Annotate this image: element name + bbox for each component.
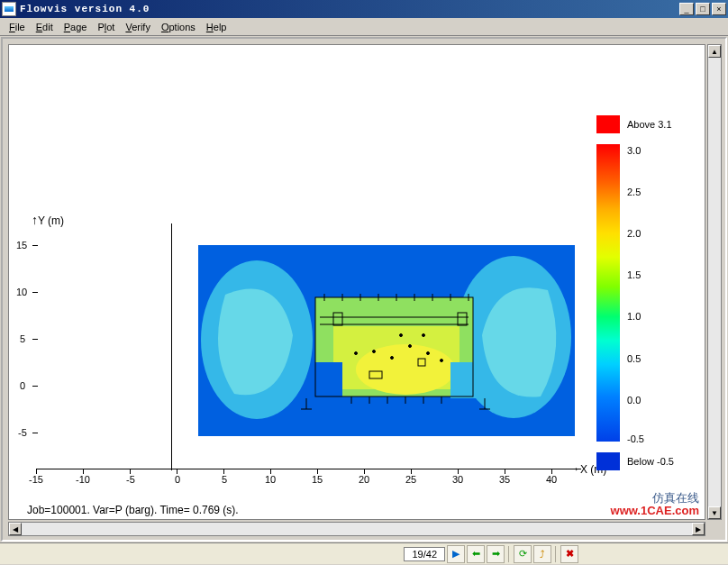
scroll-left-icon[interactable]: ◀ — [9, 523, 22, 535]
menu-options-label: ptions — [168, 22, 195, 32]
svg-point-33 — [427, 352, 430, 355]
scroll-right-icon[interactable]: ▶ — [692, 523, 705, 535]
menu-help[interactable]: Help — [201, 20, 232, 34]
color-legend: Above 3.1 3.0 2.5 2.0 1.5 1.0 0.5 0.0 -0… — [596, 115, 687, 470]
legend-below-label: Below -0.5 — [627, 456, 674, 467]
legend-tick: 0.5 — [627, 353, 641, 364]
menu-options[interactable]: Options — [156, 20, 201, 34]
x-tick: -15 — [29, 474, 43, 485]
status-line-2: XY plane, Z=5 m — [27, 517, 239, 520]
refresh-icon: ⟳ — [519, 548, 527, 560]
window-buttons: _ □ × — [679, 3, 726, 15]
menu-plot[interactable]: Plot — [92, 20, 120, 34]
status-line-1: Job=100001. Var=P (barg). Time= 0.769 (s… — [27, 503, 239, 517]
menu-plot-label: ot — [106, 22, 114, 32]
export-button[interactable]: ⤴ — [533, 545, 551, 563]
y-tick: 10 — [16, 287, 27, 297]
play-button[interactable]: ▶ — [447, 545, 465, 563]
minimize-button[interactable]: _ — [679, 3, 694, 15]
plot-area: 15 10 5 0 -5 -15 -10 -5 0 5 10 15 20 25 … — [36, 234, 593, 478]
step-forward-button[interactable]: ➡ — [487, 545, 505, 563]
app-icon — [2, 2, 16, 16]
contour-plot — [198, 245, 575, 436]
legend-tick: 3.0 — [627, 145, 641, 156]
y-axis-label: ↑Y (m) — [32, 213, 64, 227]
svg-point-31 — [391, 357, 394, 360]
arrow-right-green-icon: ➡ — [492, 548, 500, 560]
scroll-up-icon[interactable]: ▲ — [708, 45, 721, 58]
svg-point-32 — [409, 345, 412, 348]
menu-file-label: ile — [15, 22, 25, 32]
close-button[interactable]: × — [712, 3, 726, 15]
legend-above-swatch — [596, 115, 620, 133]
y-tick: -5 — [18, 427, 27, 438]
svg-point-4 — [356, 344, 455, 395]
stop-button[interactable]: ✖ — [560, 545, 578, 563]
x-tick: 0 — [175, 474, 180, 485]
refresh-button[interactable]: ⟳ — [514, 545, 532, 563]
legend-tick: 0.0 — [627, 395, 641, 406]
y-axis-line — [171, 223, 172, 470]
legend-below-row: Below -0.5 — [596, 452, 687, 470]
svg-rect-6 — [450, 362, 476, 398]
menu-file[interactable]: File — [4, 20, 31, 34]
scroll-v-track[interactable] — [708, 58, 721, 506]
maximize-button[interactable]: □ — [696, 3, 710, 15]
y-axis-text: Y (m) — [38, 214, 64, 227]
right-arrow-icon: → — [568, 461, 580, 476]
horizontal-scrollbar[interactable]: ◀ ▶ — [8, 522, 705, 536]
export-icon: ⤴ — [540, 549, 545, 560]
legend-tick: 2.5 — [627, 187, 641, 197]
legend-below-swatch — [596, 452, 620, 470]
menu-edit-label: dit — [42, 22, 53, 32]
separator — [508, 546, 510, 562]
svg-rect-5 — [315, 362, 342, 398]
titlebar: Flowvis version 4.0 _ □ × — [0, 0, 728, 18]
page-indicator: 19/42 — [404, 547, 445, 561]
x-tick: 20 — [359, 474, 369, 485]
x-tick: 10 — [265, 474, 276, 485]
x-tick: 15 — [312, 474, 323, 485]
menu-help-label: elp — [214, 22, 227, 32]
x-tick: 35 — [499, 474, 510, 485]
legend-tick: 1.0 — [627, 311, 641, 322]
client-area: 1CAE.COM ↑Y (m) — [1, 37, 727, 542]
svg-point-34 — [441, 360, 443, 362]
menu-verify-label: erify — [132, 22, 150, 32]
scroll-down-icon[interactable]: ▼ — [708, 506, 721, 519]
contour-svg — [198, 245, 575, 436]
menu-verify[interactable]: Verify — [120, 20, 156, 34]
watermark-corner-bottom: www.1CAE.com — [611, 505, 699, 517]
watermark-corner-top: 仿真在线 — [611, 492, 699, 505]
x-tick: 5 — [222, 474, 227, 485]
x-tick: 30 — [452, 474, 463, 485]
y-tick: 5 — [20, 333, 25, 344]
legend-colorbar: 3.0 2.5 2.0 1.5 1.0 0.5 0.0 -0.5 — [596, 144, 620, 442]
y-tick: 15 — [16, 240, 27, 251]
step-back-button[interactable]: ⬅ — [467, 545, 485, 563]
menu-page-label: age — [70, 22, 86, 32]
window-title: Flowvis version 4.0 — [20, 4, 679, 14]
legend-above-label: Above 3.1 — [627, 119, 672, 130]
svg-point-36 — [423, 334, 425, 337]
scroll-h-track[interactable] — [22, 523, 692, 535]
bottom-toolbar: 19/42 ▶ ⬅ ➡ ⟳ ⤴ ✖ — [0, 542, 728, 564]
up-arrow-icon: ↑ — [32, 213, 38, 227]
x-axis-line — [36, 469, 581, 469]
svg-point-30 — [373, 351, 376, 353]
legend-tick: 1.5 — [627, 269, 641, 280]
separator — [555, 546, 557, 562]
y-tick: 0 — [20, 380, 25, 391]
svg-point-29 — [355, 352, 358, 355]
vertical-scrollbar[interactable]: ▲ ▼ — [707, 44, 722, 520]
x-tick: 25 — [405, 474, 416, 485]
menubar: File Edit Page Plot Verify Options Help — [0, 18, 728, 36]
status-text: Job=100001. Var=P (barg). Time= 0.769 (s… — [27, 503, 239, 520]
stop-x-icon: ✖ — [566, 548, 574, 560]
menu-edit[interactable]: Edit — [31, 20, 59, 34]
x-tick: 40 — [546, 474, 557, 485]
x-tick: -5 — [126, 474, 135, 485]
menu-page[interactable]: Page — [59, 20, 93, 34]
arrow-left-green-icon: ⬅ — [472, 548, 480, 560]
legend-above-row: Above 3.1 — [596, 115, 687, 133]
